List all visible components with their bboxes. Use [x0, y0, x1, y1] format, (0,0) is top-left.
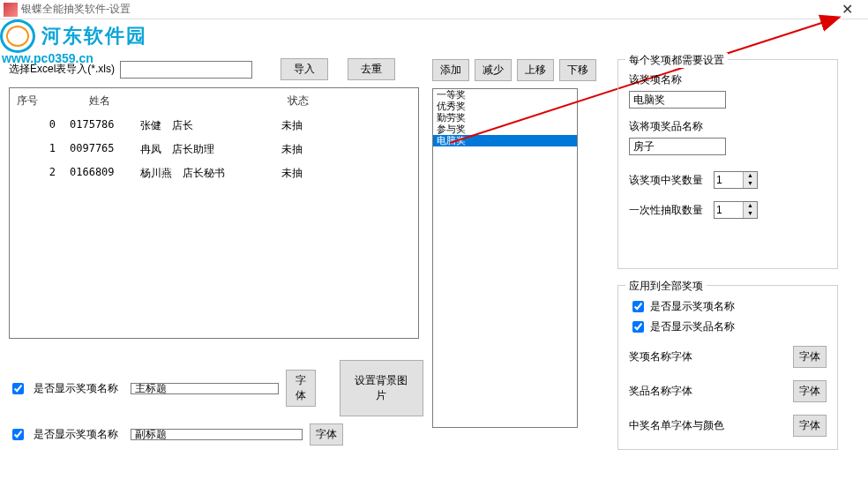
watermark-url: www.pc0359.cn [2, 51, 147, 65]
show-prize-name-chk-1[interactable] [12, 383, 24, 394]
bg-image-button[interactable]: 设置背景图片 [340, 360, 423, 416]
chk2-label: 是否显示奖项名称 [34, 427, 118, 442]
table-row[interactable]: 2 0166809 杨川燕 店长秘书 未抽 [10, 161, 418, 185]
font-button-1[interactable]: 字体 [286, 370, 316, 407]
prize-name-label: 该奖项名称 [629, 72, 827, 87]
winners-count-spinner[interactable]: ▲▼ [714, 171, 758, 189]
col-name: 姓名 [82, 88, 144, 114]
list-item[interactable]: 一等奖 [433, 89, 577, 101]
show-item-name-all-chk[interactable] [632, 321, 644, 333]
list-item[interactable]: 优秀奖 [433, 101, 577, 112]
down-button[interactable]: 下移 [559, 59, 596, 81]
prize-listbox[interactable]: 一等奖 优秀奖 勤劳奖 参与奖 电脑奖 [432, 88, 578, 428]
winners-count-label: 该奖项中奖数量 [629, 173, 703, 188]
watermark-name: 河东软件园 [41, 23, 147, 49]
winner-font-button[interactable]: 字体 [793, 415, 827, 437]
item-font-button[interactable]: 字体 [793, 380, 827, 402]
col-status: 状态 [281, 88, 351, 114]
people-table: 序号 姓名 状态 0 0175786 张健 店长 未抽 1 0097765 [9, 87, 419, 339]
sub-title-input[interactable] [131, 429, 303, 440]
spin-up-icon[interactable]: ▲ [744, 172, 757, 180]
list-item[interactable]: 参与奖 [433, 124, 577, 135]
group-label-bottom: 应用到全部奖项 [625, 279, 707, 294]
list-item[interactable]: 电脑奖 [433, 135, 577, 146]
prize-font-button[interactable]: 字体 [793, 346, 827, 368]
per-draw-label: 一次性抽取数量 [629, 203, 703, 218]
group-label-top: 每个奖项都需要设置 [625, 53, 728, 68]
winner-font-label: 中奖名单字体与颜色 [629, 418, 724, 433]
per-prize-settings-group: 每个奖项都需要设置 该奖项名称 该将项奖品名称 该奖项中奖数量 ▲▼ [617, 59, 838, 269]
table-row[interactable]: 1 0097765 冉凤 店长助理 未抽 [10, 138, 418, 161]
show-prize-name-all-chk[interactable] [632, 301, 644, 312]
app-icon [4, 3, 18, 17]
table-row[interactable]: 0 0175786 张健 店长 未抽 [10, 114, 418, 138]
watermark: 河东软件园 www.pc0359.cn [0, 19, 147, 65]
titlebar: 银蝶全能抽奖软件-设置 ✕ [0, 0, 868, 19]
remove-button[interactable]: 减少 [475, 59, 512, 81]
item-font-label: 奖品名称字体 [629, 384, 692, 399]
per-draw-spinner[interactable]: ▲▼ [714, 201, 758, 219]
col-seq: 序号 [10, 88, 82, 114]
dedup-button[interactable]: 去重 [348, 58, 395, 80]
prize-font-label: 奖项名称字体 [629, 349, 692, 364]
item-name-label: 该将项奖品名称 [629, 119, 827, 134]
prize-name-input[interactable] [629, 91, 726, 109]
chk1-label: 是否显示奖项名称 [34, 381, 118, 396]
main-title-input[interactable] [131, 383, 279, 394]
item-name-input[interactable] [629, 138, 726, 155]
add-button[interactable]: 添加 [432, 59, 469, 81]
spin-up-icon[interactable]: ▲ [744, 202, 757, 210]
up-button[interactable]: 上移 [517, 59, 554, 81]
show-prize-name-chk-2[interactable] [12, 429, 24, 440]
list-item[interactable]: 勤劳奖 [433, 112, 577, 124]
font-button-2[interactable]: 字体 [310, 423, 343, 446]
apply-all-group: 应用到全部奖项 是否显示奖项名称 是否显示奖品名称 奖项名称字体 字体 奖品名称… [617, 285, 838, 450]
spin-down-icon[interactable]: ▼ [744, 180, 757, 188]
window-title: 银蝶全能抽奖软件-设置 [21, 2, 829, 17]
close-button[interactable]: ✕ [829, 0, 864, 19]
import-button[interactable]: 导入 [281, 58, 328, 80]
spin-down-icon[interactable]: ▼ [744, 210, 757, 218]
